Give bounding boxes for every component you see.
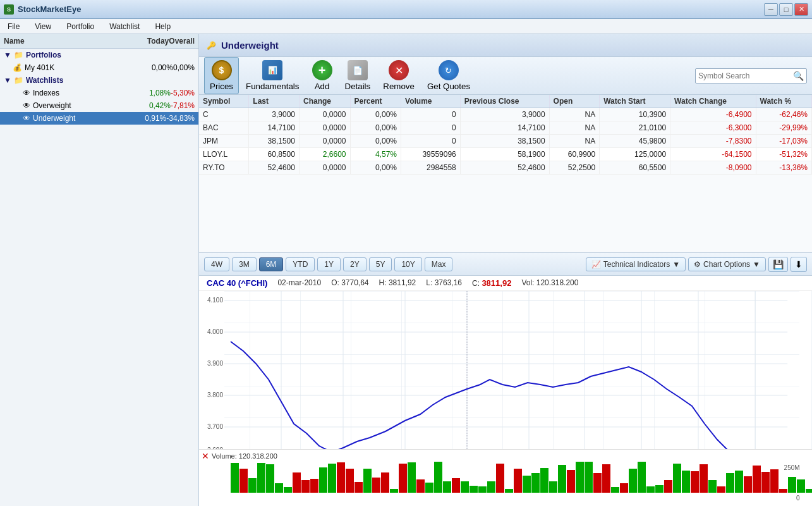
chart-open: O: 3770,64 — [331, 278, 368, 288]
volume-bar — [788, 477, 796, 493]
chart-options-button[interactable]: ⚙ Chart Options ▼ — [688, 257, 766, 271]
chart-options-chevron-icon: ▼ — [753, 260, 760, 269]
cell-watch-start: 21,0100 — [600, 121, 670, 135]
cell-last: 60,8500 — [249, 148, 300, 161]
chart-save-button[interactable]: 💾 — [768, 257, 788, 272]
volume-bar — [523, 476, 531, 493]
minimize-button[interactable]: ─ — [764, 3, 778, 16]
volume-bar — [744, 476, 752, 493]
get-quotes-button[interactable]: ↻ Get Quotes — [421, 57, 476, 94]
col-watch-change: Watch Change — [670, 95, 756, 108]
table-row[interactable]: C 3,9000 0,0000 0,00% 0 3,9000 NA 10,390… — [199, 108, 812, 121]
time-5y[interactable]: 5Y — [369, 257, 392, 271]
underweight-overall: -34,83% — [166, 114, 195, 123]
search-icon[interactable]: 🔍 — [793, 71, 804, 81]
underweight-label-wrap: 👁 Underweight — [23, 114, 145, 123]
title-bar: S StockMarketEye ─ □ ✕ — [0, 0, 812, 19]
prices-button[interactable]: $ Prices — [204, 57, 239, 94]
cell-watch-change: -8,0900 — [670, 161, 756, 175]
volume-bar — [231, 463, 239, 493]
overweight-icon: 👁 — [23, 101, 30, 110]
time-max[interactable]: Max — [425, 257, 453, 271]
title-bar-left: S StockMarketEye — [4, 4, 81, 15]
volume-bar — [239, 469, 248, 493]
underweight-icon: 👁 — [23, 114, 30, 123]
add-icon: + — [312, 60, 332, 80]
add-button[interactable]: + Add — [306, 57, 338, 94]
time-10y[interactable]: 10Y — [394, 257, 421, 271]
volume-bar — [301, 480, 310, 493]
portfolio-expand-icon: ▼ — [4, 51, 11, 59]
volume-bar — [443, 481, 451, 493]
cell-last: 38,1500 — [249, 135, 300, 148]
volume-bar — [354, 482, 363, 493]
portfolios-node[interactable]: ▼ 📁 Portfolios — [0, 49, 198, 61]
time-ytd[interactable]: YTD — [286, 257, 315, 271]
remove-button[interactable]: ✕ Remove — [377, 57, 420, 94]
my401k-item[interactable]: 💰 My 401K 0,00% 0,00% — [0, 61, 198, 74]
cell-volume: 2984558 — [401, 161, 461, 175]
volume-bar — [505, 489, 513, 493]
col-prev-close: Previous Close — [460, 95, 549, 108]
menu-file[interactable]: File — [5, 21, 22, 32]
volume-bar — [585, 462, 593, 493]
portfolios-label-wrap: ▼ 📁 Portfolios — [4, 51, 195, 59]
chart-volume: Vol: 120.318.200 — [521, 278, 578, 288]
cell-prev-close: 52,4600 — [460, 161, 549, 175]
watchlists-node[interactable]: ▼ 📁 Watchlists — [0, 74, 198, 87]
watchlists-folder-icon: 📁 — [14, 76, 23, 85]
menu-view[interactable]: View — [32, 21, 54, 32]
time-6m[interactable]: 6M — [259, 257, 284, 271]
technical-indicators-button[interactable]: 📈 Technical Indicators ▼ — [586, 257, 686, 271]
maximize-button[interactable]: □ — [779, 3, 793, 16]
menu-portfolio[interactable]: Portfolio — [64, 21, 97, 32]
svg-text:3.800: 3.800 — [207, 392, 223, 398]
underweight-label: Underweight — [33, 114, 75, 123]
menu-help[interactable]: Help — [152, 21, 173, 32]
cell-watch-change: -64,1500 — [670, 148, 756, 161]
svg-rect-1 — [224, 291, 799, 449]
volume-bar — [540, 468, 548, 493]
cell-watch-change: -6,3000 — [670, 121, 756, 135]
volume-bar — [293, 472, 301, 493]
volume-bar — [664, 480, 672, 493]
details-button[interactable]: 📄 Details — [339, 57, 377, 94]
remove-icon: ✕ — [389, 60, 409, 80]
table-row[interactable]: JPM 38,1500 0,0000 0,00% 0 38,1500 NA 45… — [199, 135, 812, 148]
symbol-search-box: 🔍 — [695, 68, 807, 83]
overweight-label-wrap: 👁 Overweight — [23, 101, 149, 110]
cell-watch-change: -6,4900 — [670, 108, 756, 121]
table-row[interactable]: RY.TO 52,4600 0,0000 0,00% 2984558 52,46… — [199, 161, 812, 175]
volume-bar — [620, 483, 628, 493]
svg-text:3.900: 3.900 — [207, 360, 223, 367]
chart-options-label: Chart Options — [703, 260, 750, 269]
time-2y[interactable]: 2Y — [343, 257, 367, 271]
cell-symbol: BAC — [199, 121, 249, 135]
sidebar-item-overweight[interactable]: 👁 Overweight 0,42% -7,81% — [0, 99, 198, 112]
volume-bar — [470, 486, 478, 493]
app-title: StockMarketEye — [18, 4, 81, 14]
volume-bar — [257, 463, 265, 493]
table-row[interactable]: LLOY.L 60,8500 2,6600 4,57% 39559096 58,… — [199, 148, 812, 161]
volume-bar — [700, 464, 708, 493]
time-3m[interactable]: 3M — [232, 257, 257, 271]
chart-expand-button[interactable]: ⬇ — [791, 257, 807, 272]
table-row[interactable]: BAC 14,7100 0,0000 0,00% 0 14,7100 NA 21… — [199, 121, 812, 135]
time-4w[interactable]: 4W — [204, 257, 229, 271]
symbol-search-input[interactable] — [698, 71, 793, 80]
cell-percent: 0,00% — [350, 135, 401, 148]
time-1y[interactable]: 1Y — [317, 257, 341, 271]
cell-change: 0,0000 — [299, 161, 350, 175]
cell-symbol: C — [199, 108, 249, 121]
cell-open: NA — [549, 135, 600, 148]
volume-bar — [266, 464, 274, 493]
sidebar-item-indexes[interactable]: 👁 Indexes 1,08% -5,30% — [0, 87, 198, 99]
my401k-label: My 401K — [25, 63, 54, 72]
fundamentals-button[interactable]: 📊 Fundamentals — [240, 57, 305, 94]
menu-watchlist[interactable]: Watchlist — [107, 21, 142, 32]
cell-last: 3,9000 — [249, 108, 300, 121]
close-button[interactable]: ✕ — [794, 3, 808, 16]
cell-percent: 0,00% — [350, 108, 401, 121]
volume-bar — [682, 471, 690, 493]
sidebar-item-underweight[interactable]: 👁 Underweight 0,91% -34,83% — [0, 112, 198, 125]
